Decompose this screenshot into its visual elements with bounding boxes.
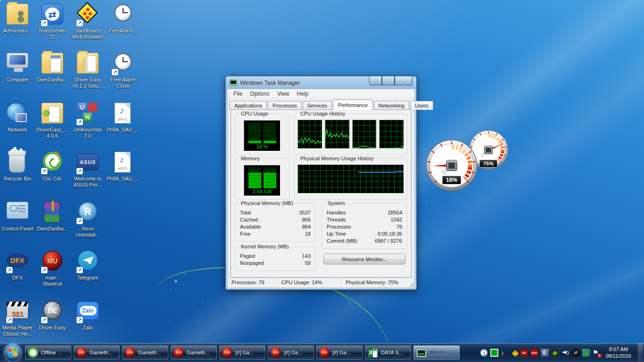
memory-history-graph (297, 165, 404, 194)
taskbar: Offline ... Gameth... Gameth... Gameth..… (0, 343, 644, 362)
taskbar-button-mu-6[interactable]: [#] Ga... (316, 345, 363, 360)
taskbar-button-mu-4[interactable]: [#] Ga... (219, 345, 266, 360)
taskbar-button-mu-1[interactable]: Gameth... (73, 345, 120, 360)
menu-options[interactable]: Options (246, 90, 273, 98)
physical-memory-group: Physical Memory (MB) Total3537 Cached866… (235, 203, 316, 242)
folder-files-icon (77, 53, 99, 74)
start-button[interactable] (4, 344, 22, 362)
desktop-icon-telegram[interactable]: Telegram (71, 250, 105, 281)
maximize-button[interactable]: □ (382, 76, 395, 85)
resource-monitor-button[interactable]: Resource Monitor... (323, 254, 405, 264)
desktop-icon-freealarm[interactable]: FreeAlarm... (106, 3, 140, 34)
shortcut-arrow-overlay (76, 20, 83, 26)
network-globe-icon (7, 103, 25, 122)
status-processes: Processes: 79 (228, 278, 278, 288)
desktop-icon-driver-easy[interactable]: Driver Easy (35, 300, 69, 331)
mu-online-icon (125, 347, 135, 358)
desktop-icon-diendanba-folder[interactable]: DienDanBa... (35, 52, 69, 83)
folder-user-icon (7, 4, 28, 25)
desktop-icon-revo-uninstaller[interactable]: Revo Uninstall... (71, 201, 105, 238)
desktop-icon-coccoc[interactable]: Cốc Cốc (35, 151, 69, 182)
desktop-icon-administrator-folder[interactable]: Administra... (0, 3, 34, 34)
desktop-icon-diendanba-archive[interactable]: DienDanBa... (35, 201, 69, 232)
tab-users[interactable]: Users (410, 101, 433, 110)
taskbar-clock[interactable]: 8:07 AM 08/11/2016 (603, 346, 635, 359)
system-group: System Handles28554 Threads1042 Processe… (322, 203, 407, 249)
cpu-meter-gadget[interactable]: 16% (425, 139, 478, 192)
tab-processes[interactable]: Processes (268, 101, 301, 110)
idm-tray-icon[interactable] (582, 349, 590, 357)
tab-services[interactable]: Services (303, 101, 332, 110)
desktop-icon-computer[interactable]: Computer (0, 52, 34, 83)
cpu1-history-graph (297, 120, 322, 149)
desktop-icon-dfx[interactable]: DFX (0, 250, 34, 281)
taskbar-button-coccoc[interactable]: Offline ... (25, 345, 72, 360)
mp3-file-icon (115, 103, 131, 123)
desktop-icon-drivereasy-folder[interactable]: DriverEasy_... 4.0.6 (35, 102, 69, 139)
dfx-audio-tray-icon[interactable] (501, 349, 509, 357)
system-handles: 28554 (388, 209, 402, 216)
nvidia-tray-icon[interactable] (551, 349, 559, 357)
taskbar-button-mu-2[interactable]: Gameth... (122, 345, 169, 360)
tab-applications[interactable]: Applications (230, 101, 267, 110)
desktop-icon-mpc[interactable]: Media Player Classic Ho... (0, 300, 34, 337)
cpu-usage-meter-value: 14 % (247, 143, 277, 150)
desktop-icon-free-alarm-clock[interactable]: Free Alarm Clock (106, 52, 140, 89)
tab-performance[interactable]: Performance (333, 99, 373, 110)
phys-mem-cached: 866 (302, 216, 311, 223)
memory-meter: 2.59 GB (244, 165, 281, 196)
desktop-icon-asus-welcome[interactable]: Welcome to ASUS Pro... (71, 151, 105, 188)
tab-networking[interactable]: Networking (374, 101, 409, 110)
kernel-paged: 143 (302, 253, 311, 260)
taskbar-button-mu-5[interactable]: [#] Ga... (267, 345, 314, 360)
desktop-wallpaper: Administra... TeamViewer 11 Sandboxed We… (0, 0, 644, 362)
e-app-tray-icon[interactable] (541, 349, 549, 357)
taskbar-button-task-manager[interactable]: Windo... (413, 345, 460, 360)
desktop-icon-teamviewer[interactable]: TeamViewer 11 (35, 3, 69, 40)
alarm-clock-tray-icon[interactable] (480, 349, 488, 357)
menu-view[interactable]: View (273, 90, 293, 98)
cpu-usage-group: CPU Usage 14 % (235, 114, 289, 155)
clock-time: 8:07 AM (606, 346, 631, 353)
memory-group: Memory 2.59 GB (235, 158, 289, 200)
volume-tray-icon[interactable] (561, 349, 570, 357)
desktop-icon-control-panel[interactable]: Control Panel (0, 201, 34, 232)
alarm-clock-icon (114, 53, 132, 71)
task-manager-window: Windows Task Manager – □ ✕ File Options … (225, 76, 417, 290)
menu-bar: File Options View Help (228, 89, 414, 99)
kernel-nonpaged: 59 (305, 260, 311, 267)
gpu-tweak-tray-icon[interactable] (530, 349, 538, 357)
action-center-flag-icon[interactable] (593, 349, 601, 357)
cpu-usage-value: 16% (442, 176, 461, 184)
desktop-icon-drivereasy-setup-folder[interactable]: Driver Easy v5.1.3 Setu... (71, 52, 105, 89)
desktop-icon-unikey[interactable]: UniKeyVista 2.0 (71, 102, 105, 139)
desktop-icon-zalo[interactable]: Zalo (71, 300, 105, 331)
desktop-icon-mp3-phia-sau[interactable]: PHÍA_SAU_... (106, 102, 140, 133)
gii-tray-icon[interactable] (520, 349, 528, 357)
menu-help[interactable]: Help (293, 90, 313, 98)
shortcut-arrow-overlay (76, 168, 83, 174)
mp3-file-icon (115, 152, 131, 173)
desktop-icon-sandboxed-browser[interactable]: Sandboxed Web Browser (71, 3, 105, 40)
taskbar-button-excel[interactable]: DATA S... (364, 345, 412, 360)
desktop-icon-network[interactable]: Network (0, 102, 34, 133)
ram-usage-value: 75% (479, 160, 497, 167)
system-threads: 1042 (391, 216, 402, 223)
show-desktop-button[interactable] (637, 343, 643, 362)
mu-online-icon (173, 347, 184, 358)
windows-logo-icon (8, 348, 17, 357)
desktop-icon-recycle-bin[interactable]: Recycle Bin (0, 151, 34, 182)
desktop-icon-mu-main-shortcut[interactable]: main - Shortcut (35, 250, 69, 287)
close-button[interactable]: ✕ (395, 76, 413, 85)
alarm-clock-icon (114, 4, 132, 22)
taskbar-button-mu-3[interactable]: Gameth... (170, 345, 217, 360)
resize-grip[interactable]: ◢ (410, 281, 413, 287)
teamviewer-tray-icon[interactable] (572, 349, 580, 357)
sandboxie-tray-icon[interactable] (511, 350, 519, 358)
desktop-icon-mp3-phia-sau-2[interactable]: PHÍA_SAU_... (106, 151, 140, 182)
title-bar[interactable]: Windows Task Manager – □ ✕ (226, 76, 416, 89)
cpu-meter-tray-icon[interactable] (490, 349, 498, 357)
minimize-button[interactable]: – (369, 76, 382, 85)
shortcut-arrow-overlay (41, 267, 48, 273)
menu-file[interactable]: File (230, 90, 246, 98)
